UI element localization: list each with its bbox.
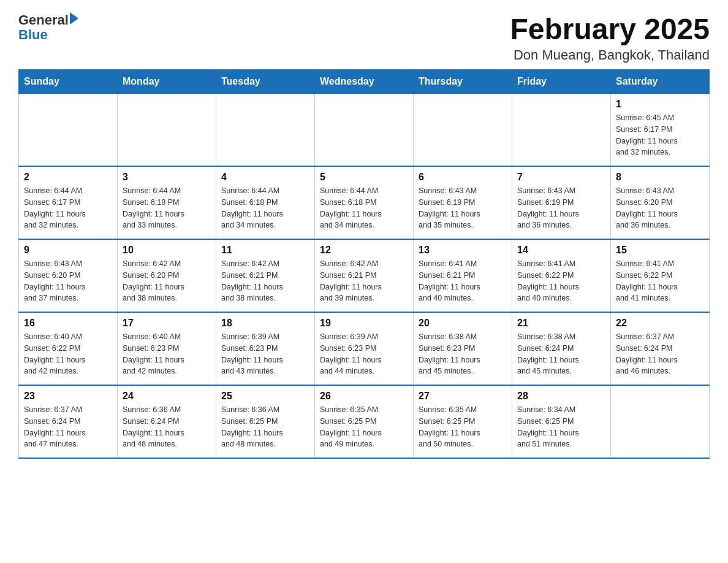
calendar-day-cell [118, 94, 216, 167]
calendar-day-cell: 27Sunrise: 6:35 AM Sunset: 6:25 PM Dayli… [414, 385, 512, 458]
calendar-day-cell: 28Sunrise: 6:34 AM Sunset: 6:25 PM Dayli… [512, 385, 611, 458]
day-number: 28 [517, 391, 605, 402]
calendar-day-cell [19, 94, 118, 167]
calendar-day-cell: 15Sunrise: 6:41 AM Sunset: 6:22 PM Dayli… [611, 239, 710, 312]
day-number: 5 [320, 172, 408, 183]
calendar-day-cell: 23Sunrise: 6:37 AM Sunset: 6:24 PM Dayli… [19, 385, 118, 458]
day-info: Sunrise: 6:43 AM Sunset: 6:20 PM Dayligh… [24, 258, 112, 304]
day-number: 19 [320, 318, 408, 329]
day-info: Sunrise: 6:45 AM Sunset: 6:17 PM Dayligh… [616, 112, 704, 158]
calendar-day-cell: 18Sunrise: 6:39 AM Sunset: 6:23 PM Dayli… [216, 312, 315, 385]
day-number: 3 [123, 172, 211, 183]
col-saturday: Saturday [611, 70, 710, 94]
day-info: Sunrise: 6:44 AM Sunset: 6:18 PM Dayligh… [221, 185, 309, 231]
day-number: 9 [24, 245, 112, 256]
calendar-day-cell: 10Sunrise: 6:42 AM Sunset: 6:20 PM Dayli… [118, 239, 216, 312]
calendar-week-row: 23Sunrise: 6:37 AM Sunset: 6:24 PM Dayli… [19, 385, 710, 458]
day-info: Sunrise: 6:41 AM Sunset: 6:21 PM Dayligh… [419, 258, 507, 304]
calendar-day-cell: 6Sunrise: 6:43 AM Sunset: 6:19 PM Daylig… [414, 166, 512, 239]
calendar-day-cell: 25Sunrise: 6:36 AM Sunset: 6:25 PM Dayli… [216, 385, 315, 458]
col-sunday: Sunday [19, 70, 118, 94]
day-info: Sunrise: 6:42 AM Sunset: 6:20 PM Dayligh… [123, 258, 211, 304]
day-number: 25 [221, 391, 309, 402]
day-info: Sunrise: 6:44 AM Sunset: 6:17 PM Dayligh… [24, 185, 112, 231]
day-info: Sunrise: 6:41 AM Sunset: 6:22 PM Dayligh… [616, 258, 704, 304]
day-number: 13 [419, 245, 507, 256]
calendar-day-cell: 17Sunrise: 6:40 AM Sunset: 6:23 PM Dayli… [118, 312, 216, 385]
day-info: Sunrise: 6:37 AM Sunset: 6:24 PM Dayligh… [24, 404, 112, 450]
calendar-day-cell: 22Sunrise: 6:37 AM Sunset: 6:24 PM Dayli… [611, 312, 710, 385]
calendar-day-cell: 20Sunrise: 6:38 AM Sunset: 6:23 PM Dayli… [414, 312, 512, 385]
day-number: 11 [221, 245, 309, 256]
day-number: 8 [616, 172, 704, 183]
calendar-day-cell: 21Sunrise: 6:38 AM Sunset: 6:24 PM Dayli… [512, 312, 611, 385]
day-info: Sunrise: 6:40 AM Sunset: 6:22 PM Dayligh… [24, 331, 112, 377]
day-info: Sunrise: 6:42 AM Sunset: 6:21 PM Dayligh… [320, 258, 408, 304]
calendar-day-cell: 13Sunrise: 6:41 AM Sunset: 6:21 PM Dayli… [414, 239, 512, 312]
day-number: 21 [517, 318, 605, 329]
calendar-day-cell [611, 385, 710, 458]
calendar-week-row: 16Sunrise: 6:40 AM Sunset: 6:22 PM Dayli… [19, 312, 710, 385]
month-title: February 2025 [510, 12, 710, 46]
day-number: 23 [24, 391, 112, 402]
day-number: 6 [419, 172, 507, 183]
calendar-day-cell: 11Sunrise: 6:42 AM Sunset: 6:21 PM Dayli… [216, 239, 315, 312]
day-info: Sunrise: 6:34 AM Sunset: 6:25 PM Dayligh… [517, 404, 605, 450]
calendar-week-row: 9Sunrise: 6:43 AM Sunset: 6:20 PM Daylig… [19, 239, 710, 312]
logo-blue-text: Blue [18, 28, 78, 42]
calendar-header-row: Sunday Monday Tuesday Wednesday Thursday… [19, 70, 710, 94]
day-number: 15 [616, 245, 704, 256]
day-number: 27 [419, 391, 507, 402]
calendar-day-cell: 16Sunrise: 6:40 AM Sunset: 6:22 PM Dayli… [19, 312, 118, 385]
day-number: 17 [123, 318, 211, 329]
day-info: Sunrise: 6:39 AM Sunset: 6:23 PM Dayligh… [320, 331, 408, 377]
day-number: 7 [517, 172, 605, 183]
day-number: 14 [517, 245, 605, 256]
logo: General Blue [18, 12, 78, 42]
day-number: 10 [123, 245, 211, 256]
day-info: Sunrise: 6:42 AM Sunset: 6:21 PM Dayligh… [221, 258, 309, 304]
calendar-week-row: 1Sunrise: 6:45 AM Sunset: 6:17 PM Daylig… [19, 94, 710, 167]
logo-general-text: General [18, 12, 69, 28]
day-info: Sunrise: 6:35 AM Sunset: 6:25 PM Dayligh… [419, 404, 507, 450]
day-number: 26 [320, 391, 408, 402]
calendar-day-cell: 24Sunrise: 6:36 AM Sunset: 6:24 PM Dayli… [118, 385, 216, 458]
calendar-day-cell: 7Sunrise: 6:43 AM Sunset: 6:19 PM Daylig… [512, 166, 611, 239]
day-number: 16 [24, 318, 112, 329]
day-info: Sunrise: 6:37 AM Sunset: 6:24 PM Dayligh… [616, 331, 704, 377]
day-info: Sunrise: 6:43 AM Sunset: 6:20 PM Dayligh… [616, 185, 704, 231]
day-info: Sunrise: 6:41 AM Sunset: 6:22 PM Dayligh… [517, 258, 605, 304]
logo-arrow-icon [70, 12, 78, 25]
day-number: 20 [419, 318, 507, 329]
calendar-day-cell [414, 94, 512, 167]
day-number: 4 [221, 172, 309, 183]
day-info: Sunrise: 6:43 AM Sunset: 6:19 PM Dayligh… [419, 185, 507, 231]
calendar-day-cell: 9Sunrise: 6:43 AM Sunset: 6:20 PM Daylig… [19, 239, 118, 312]
day-info: Sunrise: 6:43 AM Sunset: 6:19 PM Dayligh… [517, 185, 605, 231]
calendar-day-cell: 26Sunrise: 6:35 AM Sunset: 6:25 PM Dayli… [315, 385, 414, 458]
col-tuesday: Tuesday [216, 70, 315, 94]
calendar-day-cell: 1Sunrise: 6:45 AM Sunset: 6:17 PM Daylig… [611, 94, 710, 167]
calendar-day-cell: 4Sunrise: 6:44 AM Sunset: 6:18 PM Daylig… [216, 166, 315, 239]
day-number: 18 [221, 318, 309, 329]
calendar-table: Sunday Monday Tuesday Wednesday Thursday… [18, 69, 710, 459]
day-number: 2 [24, 172, 112, 183]
day-info: Sunrise: 6:38 AM Sunset: 6:23 PM Dayligh… [419, 331, 507, 377]
calendar-day-cell: 8Sunrise: 6:43 AM Sunset: 6:20 PM Daylig… [611, 166, 710, 239]
col-monday: Monday [118, 70, 216, 94]
day-number: 12 [320, 245, 408, 256]
col-friday: Friday [512, 70, 611, 94]
calendar-day-cell [216, 94, 315, 167]
day-info: Sunrise: 6:39 AM Sunset: 6:23 PM Dayligh… [221, 331, 309, 377]
day-info: Sunrise: 6:40 AM Sunset: 6:23 PM Dayligh… [123, 331, 211, 377]
calendar-day-cell: 19Sunrise: 6:39 AM Sunset: 6:23 PM Dayli… [315, 312, 414, 385]
calendar-day-cell: 3Sunrise: 6:44 AM Sunset: 6:18 PM Daylig… [118, 166, 216, 239]
day-info: Sunrise: 6:36 AM Sunset: 6:24 PM Dayligh… [123, 404, 211, 450]
col-thursday: Thursday [414, 70, 512, 94]
calendar-day-cell: 5Sunrise: 6:44 AM Sunset: 6:18 PM Daylig… [315, 166, 414, 239]
calendar-day-cell: 12Sunrise: 6:42 AM Sunset: 6:21 PM Dayli… [315, 239, 414, 312]
day-info: Sunrise: 6:44 AM Sunset: 6:18 PM Dayligh… [123, 185, 211, 231]
calendar-week-row: 2Sunrise: 6:44 AM Sunset: 6:17 PM Daylig… [19, 166, 710, 239]
title-block: February 2025 Don Mueang, Bangkok, Thail… [510, 12, 710, 63]
col-wednesday: Wednesday [315, 70, 414, 94]
